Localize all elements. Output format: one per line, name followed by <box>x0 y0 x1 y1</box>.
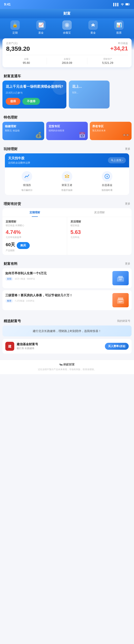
nav-label-fixed: 定期 <box>12 31 18 35</box>
svg-rect-12 <box>118 276 123 278</box>
play-item-guess[interactable]: 猜涨跌 每日赢积分 <box>21 171 33 192</box>
yuebao-item: 余额宝 2819.09 <box>47 58 87 64</box>
feature-section-header: 特色理财 <box>0 111 134 122</box>
wealth-account-name: 建信基金财富号 <box>17 342 103 346</box>
app-footer: 🐜 蚂蚁财富 过往业绩不预示产品未来表现，市场有风险，投资须谨慎。 <box>0 360 134 374</box>
play-banner-title: 天天找牛股 <box>8 156 30 160</box>
stock-icon: 📊 <box>114 20 124 30</box>
gf-p1-rate: 4.74% <box>6 229 21 235</box>
wealth-section-header: 精选财富号 我的财富号 <box>0 315 134 326</box>
gf-p1-period-row: 60天 购买 <box>6 240 64 249</box>
self-fund-icon: ¥ <box>102 171 112 182</box>
fixed-icon: 🔒 <box>10 20 20 30</box>
svg-text:¥: ¥ <box>106 175 108 178</box>
article-item-2[interactable]: 三级晋将！要买房的人恭喜，可以节省好几十万！ 推荐 7.2万阅读 143评论 <box>2 290 132 310</box>
gf-tab-flexible[interactable]: 灵活理财 <box>67 208 132 217</box>
carousel-p2: 928... <box>72 91 106 94</box>
article-2-reads: 7.2万阅读 <box>15 299 24 302</box>
play-label-fund: 自选基金 <box>102 183 112 187</box>
feature-card-stable[interactable]: 稳健理财 期限活, 收益稳 💰 <box>2 122 44 140</box>
play-item-king[interactable]: 财富王者 答题开福袋 <box>61 171 73 192</box>
balance-value: 95.80 <box>6 61 47 64</box>
play-section: 天天找牛股 边找机会边翻幸运牌 马上去找 › 猜涨跌 每日赢积分 <box>5 153 129 195</box>
article-1-comments: 568评论 <box>27 277 35 280</box>
gf-p1-name: 定期理财 <box>6 220 64 224</box>
page-title: 财富 <box>0 10 134 18</box>
wealth-title: 精选财富号 <box>4 319 21 324</box>
header: 财富 <box>0 9 134 18</box>
feature-card-pension[interactable]: 养老专区 预见美好未来 👓 <box>90 122 132 140</box>
play-banner[interactable]: 天天找牛股 边找机会边翻幸运牌 马上去找 › <box>5 153 129 168</box>
articles-section-header: 财富有料 更多 <box>0 258 134 268</box>
play-label-king: 财富王者 <box>62 183 72 187</box>
play-item-fund[interactable]: ¥ 自选基金 涨跌随时看 <box>101 171 113 192</box>
pension-icon: 👓 <box>122 132 130 138</box>
good-finance-wrapper: 定期理财 灵活理财 定期理财 锁定收益 长期暖心 4.74% 七日年化收益率 6… <box>2 208 132 255</box>
good-finance-title: 理财有好货 <box>4 202 21 206</box>
gf-p2-rate-label: 七日年化 <box>70 236 128 239</box>
nav-item-stock[interactable]: 📊 股票 <box>114 20 124 35</box>
svg-rect-14 <box>119 280 121 280</box>
feature-card-invest[interactable]: 定投专区 聪明的自动投资 📅 <box>46 122 88 140</box>
article-1-image <box>112 271 129 285</box>
gf-tab-fixed[interactable]: 定期理财 <box>2 208 67 217</box>
carousel-card-1[interactable]: 花上千元去看一场明星演唱会值得吗? 23.8万人已参与 值得 不值得 <box>2 80 66 108</box>
nav-item-yuebao[interactable]: ¥ 余额宝 <box>62 20 72 35</box>
yuebao-icon: ¥ <box>62 20 72 30</box>
good-finance-more[interactable]: 更多 <box>125 202 130 206</box>
articles-more[interactable]: 更多 <box>125 262 130 266</box>
status-bar: 9:41 ▌▌▌ <box>0 0 134 9</box>
btn-not-worth[interactable]: 不值得 <box>22 98 40 105</box>
feature-invest-title: 定投专区 <box>49 124 86 128</box>
total-asset-label: 总资产(元) <box>6 42 30 45</box>
svg-rect-18 <box>119 302 121 303</box>
carousel-q2: 花上... <box>72 84 106 89</box>
article-1-tag: 支招 <box>5 277 13 281</box>
signal-icon: ▌▌▌ <box>113 3 119 6</box>
article-item-1[interactable]: 如何尽早存到人生第一个5万元 支招 10万+阅读 568评论 <box>2 268 132 288</box>
balance-item: 余额 95.80 <box>6 58 47 64</box>
wealth-buy-btn[interactable]: 买入费率1折起 <box>105 343 129 350</box>
btn-worth[interactable]: 值得 <box>6 98 20 105</box>
invest-icon: 📅 <box>79 132 86 138</box>
wifi-icon <box>121 3 124 6</box>
play-title: 玩转理财 <box>4 146 17 151</box>
articles-title: 财富有料 <box>4 262 17 266</box>
play-sub-guess: 每日赢积分 <box>21 189 33 192</box>
fund-icon: 📈 <box>36 20 46 30</box>
wealth-account-card[interactable]: 建 建信基金财富号 银行系 长跑健将 买入费率1折起 <box>2 339 132 354</box>
article-2-tag: 推荐 <box>5 299 13 303</box>
article-2-image <box>112 293 129 307</box>
article-1-reads: 10万+阅读 <box>15 277 25 280</box>
svg-point-8 <box>68 175 69 176</box>
wealth-my-label[interactable]: 我的财富号 <box>117 319 130 323</box>
status-icons: ▌▌▌ <box>113 3 130 6</box>
carousel-participants: 23.8万人已参与 <box>6 91 63 94</box>
yesterday-value: +34,21 <box>110 45 128 52</box>
gf-p2-desc: 锁定收益 <box>70 224 128 227</box>
gf-p2-rate: 5.63 <box>70 229 81 235</box>
good-finance-tabs: 定期理财 灵活理财 <box>2 208 132 217</box>
article-2-meta: 推荐 7.2万阅读 143评论 <box>5 299 110 303</box>
article-2-content: 三级晋将！要买房的人恭喜，可以节省好几十万！ 推荐 7.2万阅读 143评论 <box>5 293 110 307</box>
nav-item-fixed[interactable]: 🔒 定期 <box>10 20 20 35</box>
yuebao-sub-value: 2819.09 <box>47 61 87 64</box>
play-banner-btn[interactable]: 马上去找 › <box>108 157 126 163</box>
wealth-account-icon: 建 <box>5 342 14 351</box>
guess-icon <box>22 171 32 182</box>
gf-p2-name: 灵活理财 <box>70 220 128 224</box>
direct-title: 财富直通车 <box>4 74 21 78</box>
status-time: 9:41 <box>4 3 10 6</box>
play-more[interactable]: 更多 <box>125 147 130 151</box>
total-asset-value: 8,359.20 <box>6 45 30 52</box>
svg-rect-17 <box>119 301 123 302</box>
wealth-sub-value: 5,521.29 <box>87 61 128 64</box>
nav-item-gold[interactable]: 黄金 <box>88 20 98 35</box>
play-sub-king: 答题开福袋 <box>61 189 73 192</box>
gf-buy-btn[interactable]: 购买 <box>17 242 30 249</box>
carousel-card-2[interactable]: 花上... 928... <box>69 80 110 108</box>
article-2-title: 三级晋将！要买房的人恭喜，可以节省好几十万！ <box>5 293 110 297</box>
nav-icons: 🔒 定期 📈 基金 ¥ 余额宝 黄金 📊 股票 <box>0 18 134 38</box>
nav-item-fund[interactable]: 📈 基金 <box>36 20 46 35</box>
feature-cards: 稳健理财 期限活, 收益稳 💰 定投专区 聪明的自动投资 📅 养老专区 预见美好… <box>0 122 134 140</box>
